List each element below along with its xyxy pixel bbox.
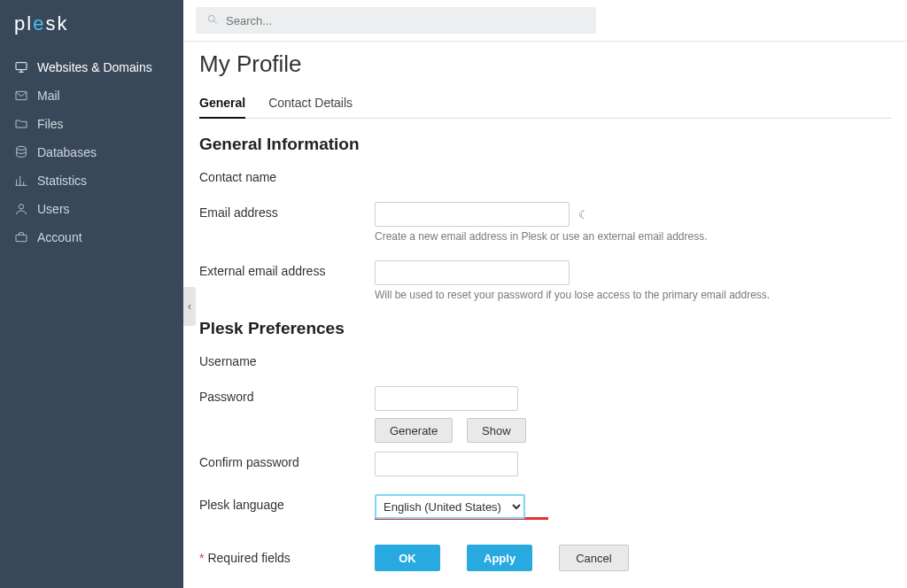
- label-password: Password: [199, 386, 375, 404]
- database-icon: [14, 145, 28, 159]
- user-icon: [14, 202, 28, 216]
- label-confirm-password: Confirm password: [199, 452, 375, 469]
- chart-bar-icon: [14, 174, 28, 188]
- label-language: Plesk language: [199, 494, 375, 512]
- sidebar-item-statistics[interactable]: Statistics: [0, 166, 183, 195]
- page-title: My Profile: [199, 50, 891, 78]
- sidebar-item-mail[interactable]: Mail: [0, 81, 183, 110]
- tab-general[interactable]: General: [199, 92, 245, 119]
- sidebar-item-files[interactable]: Files: [0, 110, 183, 138]
- search-input[interactable]: [226, 14, 585, 27]
- sidebar-item-label: Mail: [37, 89, 60, 103]
- hint-email: Create a new email address in Plesk or u…: [375, 230, 891, 243]
- label-email: Email address: [199, 202, 375, 220]
- tabs: General Contact Details: [199, 92, 891, 119]
- sidebar-item-websites-domains[interactable]: Websites & Domains: [0, 53, 183, 81]
- monitor-icon: [14, 60, 28, 74]
- svg-rect-10: [16, 235, 27, 241]
- hint-external-email: Will be used to reset your password if y…: [375, 289, 891, 301]
- search-icon: [206, 13, 219, 28]
- svg-point-11: [208, 15, 214, 21]
- svg-point-9: [19, 205, 23, 209]
- sidebar-item-account[interactable]: Account: [0, 223, 183, 251]
- sidebar-collapse-handle[interactable]: ‹: [183, 287, 196, 326]
- folder-icon: [14, 117, 28, 131]
- required-fields-note: *Required fields: [199, 551, 291, 565]
- sidebar: plesk Websites & Domains Mail Files Data…: [0, 0, 183, 588]
- label-external-email: External email address: [199, 260, 375, 278]
- section-preferences: Plesk Preferences: [199, 319, 891, 338]
- svg-point-4: [17, 146, 27, 150]
- sidebar-item-label: Files: [37, 117, 64, 131]
- svg-line-12: [213, 20, 216, 23]
- ok-button[interactable]: OK: [375, 545, 440, 571]
- sidebar-item-label: Account: [37, 230, 82, 244]
- mail-icon: [14, 89, 28, 103]
- sidebar-item-databases[interactable]: Databases: [0, 138, 183, 166]
- cancel-button[interactable]: Cancel: [559, 545, 628, 571]
- sidebar-item-label: Databases: [37, 145, 97, 159]
- label-username: Username: [199, 351, 375, 368]
- language-select[interactable]: English (United States): [375, 494, 525, 519]
- email-field[interactable]: [375, 202, 570, 227]
- briefcase-icon: [14, 230, 28, 244]
- svg-rect-3: [16, 91, 27, 99]
- section-general-info: General Information: [199, 135, 891, 154]
- main-area: ‹ My Profile General Contact Details Gen…: [183, 0, 907, 588]
- moon-icon: ☾: [578, 208, 589, 221]
- generate-button[interactable]: Generate: [375, 418, 453, 443]
- sidebar-item-label: Websites & Domains: [37, 60, 152, 74]
- external-email-field[interactable]: [375, 260, 570, 285]
- confirm-password-field[interactable]: [375, 452, 518, 476]
- brand-logo: plesk: [0, 12, 183, 53]
- label-contact-name: Contact name: [199, 166, 375, 184]
- sidebar-item-label: Statistics: [37, 174, 87, 188]
- password-field[interactable]: [375, 386, 518, 411]
- tab-contact-details[interactable]: Contact Details: [268, 92, 353, 118]
- sidebar-item-label: Users: [37, 202, 70, 216]
- sidebar-item-users[interactable]: Users: [0, 195, 183, 223]
- search-bar[interactable]: [196, 7, 596, 34]
- svg-rect-0: [16, 63, 27, 70]
- show-button[interactable]: Show: [467, 418, 526, 443]
- apply-button[interactable]: Apply: [467, 545, 532, 571]
